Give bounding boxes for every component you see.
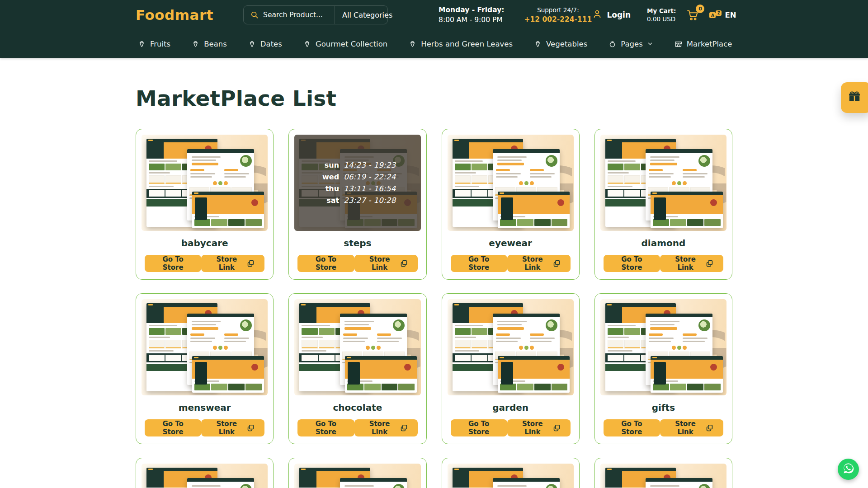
nav-item-dates[interactable]: Dates	[248, 40, 282, 48]
store-card-eyewear: G	[442, 129, 580, 280]
search-bar: All Categories	[243, 5, 388, 24]
copy-icon	[705, 259, 714, 268]
store-thumbnail[interactable]: G	[600, 135, 726, 231]
copy-icon	[705, 424, 714, 432]
store-name: diamond	[600, 238, 726, 249]
store-link-button[interactable]: Store Link	[354, 255, 418, 272]
store-card-gifts: G	[594, 293, 732, 444]
site-preview-home-small	[498, 192, 570, 228]
store-card-partial-9: G	[136, 458, 274, 488]
gift-offer-button[interactable]	[841, 82, 868, 113]
strawberry-icon	[533, 40, 542, 48]
store-thumbnail[interactable]: G	[600, 464, 726, 488]
go-to-store-button[interactable]: Go To Store	[297, 419, 354, 436]
schedule-day: sun	[319, 161, 339, 169]
store-thumbnail[interactable]: G	[142, 299, 268, 395]
go-to-store-button[interactable]: Go To Store	[145, 419, 201, 436]
go-to-store-button[interactable]: Go To Store	[145, 255, 201, 272]
store-thumbnail[interactable]: G	[294, 135, 420, 231]
nav-item-label: Dates	[260, 40, 282, 48]
store-card-garden: G	[442, 293, 580, 444]
site-preview-home-small	[345, 356, 417, 393]
language-switcher[interactable]: A Z EN	[709, 10, 736, 20]
site-preview-home-small	[192, 356, 264, 393]
whatsapp-icon	[842, 462, 854, 476]
store-thumbnail[interactable]: G	[448, 135, 574, 231]
store-thumbnail[interactable]: G	[294, 464, 420, 488]
strawberry-icon	[248, 40, 256, 48]
strawberry-icon	[303, 40, 311, 48]
store-thumbnail[interactable]: G	[294, 299, 420, 395]
copy-icon	[246, 424, 255, 432]
store-thumbnail[interactable]: G	[142, 464, 268, 488]
nav-item-label: Fruits	[150, 40, 170, 48]
nav-item-label: Vegetables	[546, 40, 587, 48]
store-name: eyewear	[448, 238, 574, 249]
store-link-button[interactable]: Store Link	[201, 419, 264, 436]
go-to-store-button[interactable]: Go To Store	[297, 255, 354, 272]
store-thumbnail[interactable]: G	[448, 464, 574, 488]
copy-icon	[400, 424, 408, 432]
site-header: Foodmart All Categories Monday - Friday:…	[0, 0, 868, 58]
site-preview-product	[493, 478, 560, 488]
go-to-store-button[interactable]: Go To Store	[451, 419, 507, 436]
store-thumbnail[interactable]: G	[142, 135, 268, 231]
search-input[interactable]	[263, 11, 335, 19]
category-select[interactable]: All Categories	[335, 6, 400, 24]
user-icon	[592, 9, 603, 21]
schedule-row: wed06:19 - 22:24	[319, 173, 396, 181]
nav-item-gourmet-collection[interactable]: Gourmet Collection	[303, 40, 387, 48]
logo[interactable]: Foodmart	[136, 7, 213, 23]
translate-icon: A Z	[709, 10, 722, 20]
site-preview-home-small	[651, 356, 722, 393]
store-name: menswear	[142, 402, 268, 413]
store-name: steps	[294, 238, 420, 249]
nav-item-vegetables[interactable]: Vegetables	[533, 40, 587, 48]
go-to-store-button[interactable]: Go To Store	[604, 255, 660, 272]
store-link-button[interactable]: Store Link	[660, 255, 723, 272]
nav-item-pages[interactable]: Pages	[608, 40, 653, 48]
schedule-row: sat23:27 - 10:28	[319, 196, 396, 205]
store-thumbnail[interactable]: G	[448, 299, 574, 395]
site-preview-product	[646, 478, 712, 488]
chevron-down-icon	[647, 41, 653, 47]
store-card-babycare: G	[136, 129, 274, 280]
go-to-store-button[interactable]: Go To Store	[451, 255, 507, 272]
nav-item-fruits[interactable]: Fruits	[137, 40, 170, 48]
store-link-button[interactable]: Store Link	[201, 255, 264, 272]
nav-item-marketplace[interactable]: MarketPlace	[674, 40, 732, 48]
store-link-button[interactable]: Store Link	[354, 419, 418, 436]
my-cart-summary[interactable]: My Cart: 0.00 USD	[647, 7, 676, 23]
nav-item-beans[interactable]: Beans	[191, 40, 227, 48]
nav-item-herbs-and-green-leaves[interactable]: Herbs and Green Leaves	[408, 40, 513, 48]
store-icon	[674, 40, 683, 48]
schedule-row: sun14:23 - 19:23	[319, 161, 396, 169]
store-link-button[interactable]: Store Link	[660, 419, 723, 436]
login-button[interactable]: Login	[592, 9, 631, 21]
schedule-time: 14:23 - 19:23	[344, 161, 396, 169]
store-card-menswear: G	[136, 293, 274, 444]
support-phone[interactable]: +12 002-224-111	[524, 15, 592, 25]
schedule-day: thu	[319, 184, 339, 193]
store-card-partial-10: G	[288, 458, 426, 488]
site-preview-home-small	[651, 192, 722, 228]
search-icon	[250, 10, 259, 19]
copy-icon	[246, 259, 255, 268]
store-card-steps: G	[288, 129, 426, 280]
opening-hours: Monday - Friday: 8:00 AM - 9:00 PM	[439, 5, 504, 25]
store-link-button[interactable]: Store Link	[507, 255, 571, 272]
schedule-time: 23:27 - 10:28	[344, 196, 396, 205]
whatsapp-button[interactable]	[838, 459, 859, 480]
schedule-time: 06:19 - 22:24	[344, 173, 396, 181]
go-to-store-button[interactable]: Go To Store	[604, 419, 660, 436]
store-thumbnail[interactable]: G	[600, 299, 726, 395]
store-name: gifts	[600, 402, 726, 413]
store-link-button[interactable]: Store Link	[507, 419, 571, 436]
cart-icon[interactable]: 0	[687, 9, 700, 21]
support-contact: Support 24/7: +12 002-224-111	[524, 5, 592, 25]
store-name: chocolate	[294, 402, 420, 413]
copy-icon	[400, 259, 408, 268]
schedule-row: thu13:11 - 16:54	[319, 184, 396, 193]
page-title: MarketPlace List	[136, 86, 732, 111]
store-card-partial-11: G	[442, 458, 580, 488]
